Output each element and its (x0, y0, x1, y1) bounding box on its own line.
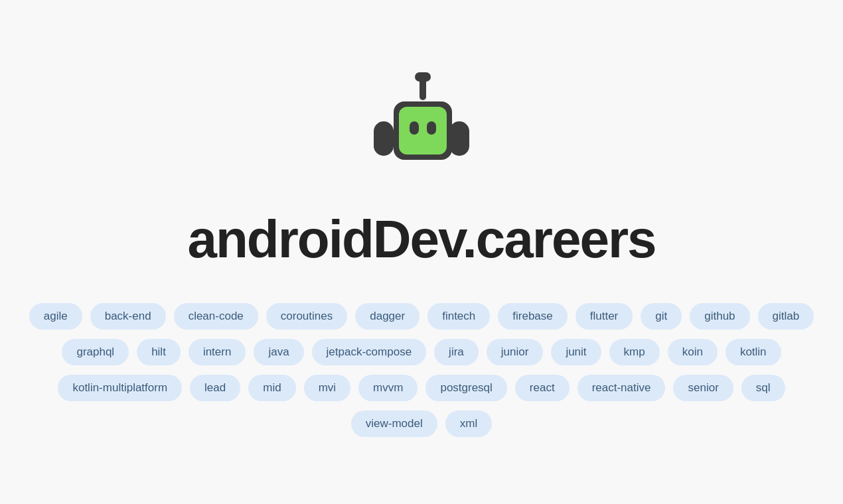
svg-rect-1 (415, 72, 431, 82)
svg-rect-7 (427, 121, 436, 135)
tag-back-end[interactable]: back-end (90, 303, 166, 330)
tag-intern[interactable]: intern (189, 339, 246, 365)
tag-graphql[interactable]: graphql (62, 339, 129, 365)
tag-senior[interactable]: senior (673, 375, 733, 401)
svg-rect-2 (374, 121, 394, 156)
tag-jetpack-compose[interactable]: jetpack-compose (312, 339, 427, 365)
tag-sql[interactable]: sql (741, 375, 785, 401)
tag-mvi[interactable]: mvi (304, 375, 350, 401)
svg-rect-5 (399, 107, 447, 155)
tag-react[interactable]: react (515, 375, 570, 401)
tag-postgresql[interactable]: postgresql (425, 375, 506, 401)
tag-junior[interactable]: junior (487, 339, 544, 365)
svg-rect-3 (449, 121, 469, 156)
tag-view-model[interactable]: view-model (351, 410, 437, 437)
tags-row-1: agileback-endclean-codecoroutinesdaggerf… (29, 303, 814, 330)
tag-hilt[interactable]: hilt (137, 339, 181, 365)
tag-git[interactable]: git (641, 303, 682, 330)
tag-fintech[interactable]: fintech (427, 303, 490, 330)
svg-rect-6 (410, 121, 419, 135)
tags-row-2: graphqlhiltinternjavajetpack-composejira… (62, 339, 781, 365)
tag-clean-code[interactable]: clean-code (174, 303, 258, 330)
tag-flutter[interactable]: flutter (575, 303, 633, 330)
tags-row-3: kotlin-multiplatformleadmidmvimvvmpostgr… (58, 375, 785, 401)
tag-firebase[interactable]: firebase (498, 303, 567, 330)
robot-icon (362, 67, 481, 186)
tag-jira[interactable]: jira (434, 339, 479, 365)
logo-container (362, 67, 481, 189)
tags-row-4: view-modelxml (351, 410, 492, 437)
tag-junit[interactable]: junit (551, 339, 601, 365)
tag-agile[interactable]: agile (29, 303, 82, 330)
tag-java[interactable]: java (254, 339, 303, 365)
tag-mid[interactable]: mid (248, 375, 295, 401)
tag-dagger[interactable]: dagger (355, 303, 420, 330)
tag-kotlin-multiplatform[interactable]: kotlin-multiplatform (58, 375, 182, 401)
site-title: androidDev.careers (187, 209, 655, 270)
tag-lead[interactable]: lead (190, 375, 240, 401)
tag-kmp[interactable]: kmp (609, 339, 660, 365)
tag-coroutines[interactable]: coroutines (266, 303, 347, 330)
tag-github[interactable]: github (690, 303, 749, 330)
tag-xml[interactable]: xml (445, 410, 492, 437)
tag-mvvm[interactable]: mvvm (358, 375, 418, 401)
tag-kotlin[interactable]: kotlin (726, 339, 781, 365)
tag-react-native[interactable]: react-native (577, 375, 666, 401)
tags-container: agileback-endclean-codecoroutinesdaggerf… (29, 303, 814, 437)
tag-gitlab[interactable]: gitlab (758, 303, 814, 330)
tag-koin[interactable]: koin (668, 339, 718, 365)
